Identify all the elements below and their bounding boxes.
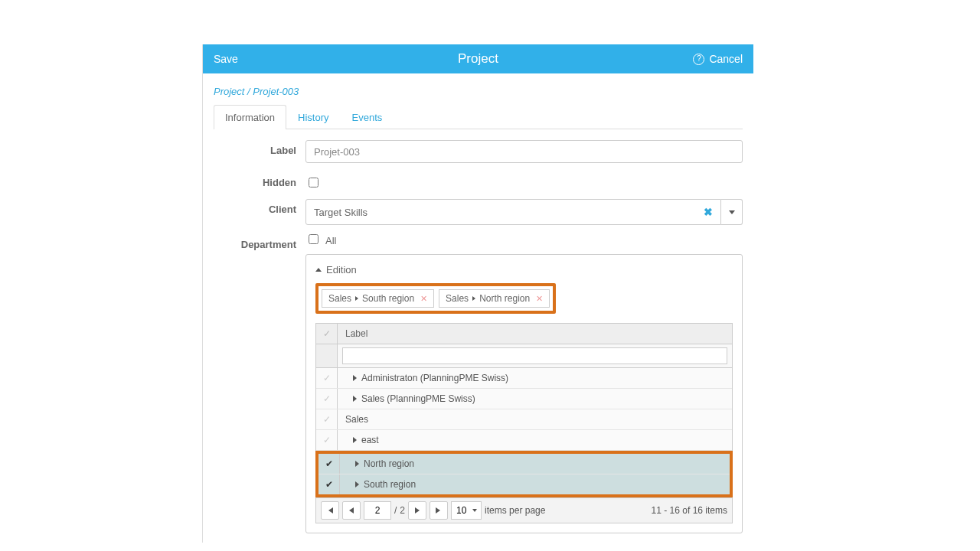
client-dropdown-button[interactable]: [721, 199, 743, 225]
row-select[interactable]: ✔: [318, 454, 340, 474]
select-all-header[interactable]: ✓: [316, 324, 338, 344]
chevron-right-icon: [355, 296, 358, 301]
grid-pager: / 2: [316, 497, 732, 523]
edition-toggle[interactable]: Edition: [315, 264, 733, 276]
table-row[interactable]: ✓ Sales: [316, 409, 732, 430]
department-field-label: Department: [214, 234, 305, 250]
client-field-label: Client: [214, 199, 305, 215]
pager-prev-button[interactable]: [342, 501, 361, 520]
label-input[interactable]: [305, 140, 743, 163]
grid-filter-row: [316, 344, 732, 368]
title-bar: Save Project ? Cancel: [203, 44, 753, 73]
chevron-right-icon: [355, 481, 359, 487]
chip-remove-icon[interactable]: ✕: [420, 294, 427, 304]
row-select[interactable]: ✓: [316, 389, 338, 409]
help-icon: ?: [693, 54, 704, 65]
hidden-field-label: Hidden: [214, 172, 305, 188]
edition-label: Edition: [326, 264, 357, 276]
breadcrumb: Project / Projet-003: [214, 86, 743, 97]
tabs: Information History Events: [214, 105, 743, 129]
chip-north-region[interactable]: Sales North region ✕: [439, 289, 550, 308]
row-select[interactable]: ✔: [318, 474, 340, 494]
project-dialog: Save Project ? Cancel Project / Projet-0…: [202, 44, 753, 543]
chevron-right-icon: [472, 296, 475, 301]
cancel-label: Cancel: [709, 53, 743, 65]
department-grid: ✓ Label ✓ Administraton (PlanningPME Sw: [315, 323, 733, 523]
chevron-up-icon: [315, 268, 322, 272]
chevron-right-icon: [353, 396, 357, 402]
row-select[interactable]: ✓: [316, 368, 338, 388]
hidden-checkbox[interactable]: [309, 178, 318, 187]
chevron-down-icon: [729, 210, 735, 214]
client-clear-icon[interactable]: ✖: [704, 206, 713, 218]
tab-history[interactable]: History: [286, 105, 340, 129]
selected-chips: Sales South region ✕ Sales North region: [315, 283, 556, 314]
pager-next-button[interactable]: [408, 501, 426, 520]
pager-first-button[interactable]: [321, 501, 339, 520]
label-field-label: Label: [214, 140, 305, 156]
chip-south-region[interactable]: Sales South region ✕: [322, 289, 434, 308]
department-all-option[interactable]: All: [305, 234, 743, 246]
table-row[interactable]: ✔ North region: [318, 454, 730, 474]
tab-information[interactable]: Information: [214, 105, 286, 129]
row-select[interactable]: ✓: [316, 409, 338, 429]
chevron-right-icon: [353, 375, 357, 381]
highlighted-rows: ✔ North region ✔ South region: [315, 451, 733, 497]
row-select[interactable]: ✓: [316, 430, 338, 450]
pager-size-select[interactable]: 10: [451, 501, 482, 520]
dialog-title: Project: [203, 51, 753, 67]
save-button[interactable]: Save: [214, 53, 238, 65]
pager-per-label: items per page: [485, 505, 545, 516]
pager-total: 2: [400, 505, 405, 516]
cancel-button[interactable]: ? Cancel: [693, 53, 743, 65]
client-combobox[interactable]: Target Skills ✖: [305, 199, 743, 225]
tab-events[interactable]: Events: [341, 105, 394, 129]
chevron-right-icon: [355, 461, 359, 467]
grid-header: ✓ Label: [316, 324, 732, 344]
department-all-label: All: [325, 235, 336, 246]
pager-page-input[interactable]: [364, 501, 391, 520]
pager-sep: /: [394, 505, 397, 516]
department-all-checkbox[interactable]: [309, 234, 318, 244]
client-value: Target Skills: [314, 207, 368, 218]
department-panel: Edition Sales South region ✕: [305, 254, 743, 533]
table-row[interactable]: ✓ Administraton (PlanningPME Swiss): [316, 368, 732, 389]
chip-remove-icon[interactable]: ✕: [536, 294, 543, 304]
pager-last-button[interactable]: [430, 501, 448, 520]
label-filter-input[interactable]: [342, 347, 727, 364]
table-row[interactable]: ✓ east: [316, 430, 732, 451]
pager-info: 11 - 16 of 16 items: [652, 505, 727, 516]
label-column-header[interactable]: Label: [338, 324, 732, 344]
table-row[interactable]: ✔ South region: [318, 474, 730, 494]
table-row[interactable]: ✓ Sales (PlanningPME Swiss): [316, 389, 732, 409]
chevron-right-icon: [353, 437, 357, 443]
